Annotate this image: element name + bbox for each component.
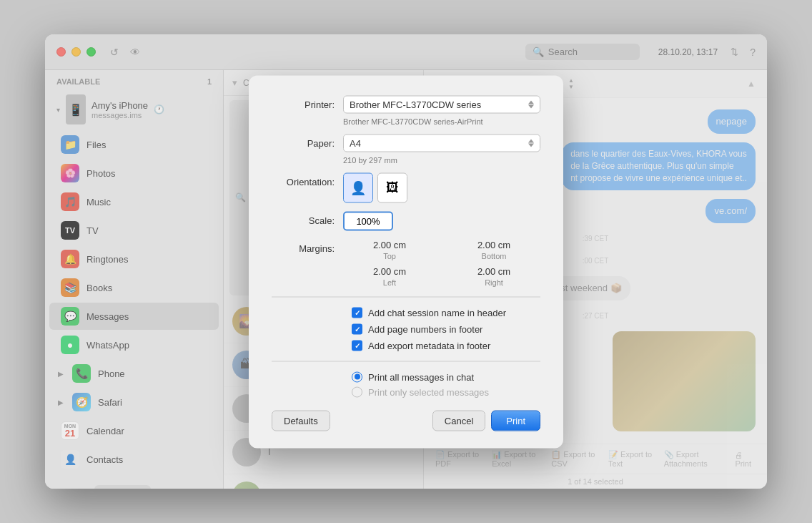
paper-sub: 210 by 297 mm: [343, 155, 540, 164]
radio-selected-messages-label: Print only selected messages: [368, 386, 489, 397]
orientation-buttons: 👤 🖼: [343, 172, 540, 202]
scale-content: [343, 211, 540, 230]
paper-row: Paper: A4 210 by 297 mm: [272, 134, 540, 164]
radio-row-1: Print all messages in chat: [352, 371, 540, 382]
dialog-right-buttons: Cancel Print: [432, 410, 540, 431]
printer-label: Printer:: [272, 95, 343, 109]
scale-input[interactable]: [343, 211, 393, 230]
dialog-divider-1: [272, 296, 540, 297]
printer-value: Brother MFC-L3770CDW series: [350, 99, 481, 109]
checkbox-row-3: Add export metadata in footer: [352, 340, 540, 351]
checkbox-page-numbers[interactable]: [352, 323, 362, 334]
defaults-button[interactable]: Defaults: [272, 410, 330, 431]
radio-all-messages-label: Print all messages in chat: [368, 371, 474, 382]
paper-value: A4: [350, 137, 361, 148]
printer-sub: Brother MFC-L3770CDW series-AirPrint: [343, 117, 540, 125]
cancel-button[interactable]: Cancel: [432, 410, 485, 431]
orientation-landscape[interactable]: 🖼: [377, 172, 407, 202]
mac-window: ↺ 👁 🔍 Search 28.10.20, 13:17 ⇅ ? AVAILAB…: [45, 34, 767, 489]
print-dialog: Printer: Brother MFC-L3770CDW series Bro…: [249, 75, 563, 448]
printer-row: Printer: Brother MFC-L3770CDW series Bro…: [272, 95, 540, 125]
margins-content: 2.00 cm Top 2.00 cm Bottom 2.00 cm Left …: [343, 239, 540, 286]
radio-row-2: Print only selected messages: [352, 386, 540, 397]
checkbox-metadata-label: Add export metadata in footer: [368, 340, 490, 351]
radio-all-messages[interactable]: [352, 371, 362, 382]
printer-select[interactable]: Brother MFC-L3770CDW series: [343, 95, 540, 113]
dialog-buttons: Defaults Cancel Print: [272, 410, 540, 431]
paper-content: A4 210 by 297 mm: [343, 134, 540, 164]
margins-label: Margins:: [272, 239, 343, 253]
checkbox-row-1: Add chat session name in header: [352, 307, 540, 318]
margins-row: Margins: 2.00 cm Top 2.00 cm Bottom 2.00…: [272, 239, 540, 286]
paper-label: Paper:: [272, 134, 343, 148]
orientation-row: Orientation: 👤 🖼: [272, 172, 540, 202]
print-button[interactable]: Print: [491, 410, 540, 431]
paper-select[interactable]: A4: [343, 134, 540, 152]
checkbox-metadata[interactable]: [352, 340, 362, 351]
checkbox-header[interactable]: [352, 307, 362, 318]
dialog-divider-2: [272, 361, 540, 361]
scale-row: Scale:: [272, 211, 540, 230]
margin-bottom: 2.00 cm Bottom: [447, 239, 540, 260]
checkbox-row-2: Add page numbers in footer: [352, 323, 540, 334]
scale-label: Scale:: [272, 211, 343, 225]
orientation-label: Orientation:: [272, 172, 343, 187]
margin-right: 2.00 cm Right: [447, 265, 540, 286]
orientation-portrait[interactable]: 👤: [343, 172, 373, 202]
margins-grid: 2.00 cm Top 2.00 cm Bottom 2.00 cm Left …: [343, 239, 540, 286]
orientation-content: 👤 🖼: [343, 172, 540, 202]
radio-selected-messages[interactable]: [352, 386, 362, 397]
checkbox-header-label: Add chat session name in header: [368, 307, 506, 318]
printer-content: Brother MFC-L3770CDW series Brother MFC-…: [343, 95, 540, 125]
checkbox-page-numbers-label: Add page numbers in footer: [368, 323, 482, 334]
margin-left: 2.00 cm Left: [343, 265, 436, 286]
margin-top: 2.00 cm Top: [343, 239, 436, 260]
printer-arrow: [528, 100, 534, 108]
paper-arrow: [528, 139, 534, 147]
